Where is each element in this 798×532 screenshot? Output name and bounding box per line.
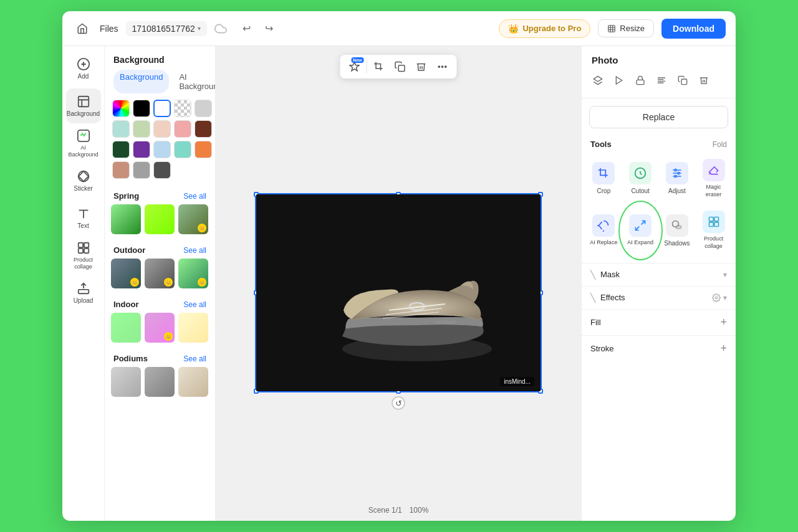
effects-section[interactable]: ╲ Effects ▾: [582, 286, 736, 309]
tool-ai-expand[interactable]: AI Expand: [623, 206, 658, 255]
effects-section-left: ╲ Effects: [590, 293, 625, 303]
svg-point-50: [715, 297, 718, 299]
rotate-handle[interactable]: ↺: [392, 396, 405, 410]
spring-see-all[interactable]: See all: [183, 192, 206, 201]
duplicate-button[interactable]: [674, 72, 691, 89]
motion-button[interactable]: [610, 72, 628, 89]
tool-product-collage[interactable]: Product collage: [696, 206, 731, 255]
swatch-light-gray[interactable]: [195, 100, 212, 117]
ai-edit-button[interactable]: New: [344, 56, 365, 77]
delete-button[interactable]: [695, 72, 713, 89]
outdoor-thumb-3[interactable]: 👑: [178, 259, 208, 288]
more-options-button[interactable]: [432, 56, 453, 77]
tab-ai-background[interactable]: AI Background: [173, 70, 216, 93]
outdoor-see-all[interactable]: See all: [183, 246, 206, 255]
add-icon: [77, 57, 90, 71]
sidebar-item-sticker[interactable]: Sticker: [66, 163, 101, 198]
fold-button[interactable]: Fold: [713, 140, 727, 149]
swatch-brown[interactable]: [195, 120, 212, 138]
swatch-sky-blue[interactable]: [153, 141, 171, 158]
undo-button[interactable]: ↩: [237, 19, 257, 39]
sidebar-item-add[interactable]: Add: [66, 51, 101, 86]
podiums-thumb-2[interactable]: [145, 367, 175, 397]
swatch-orange[interactable]: [195, 141, 212, 158]
home-button[interactable]: [72, 19, 92, 39]
sidebar-item-text[interactable]: Text: [66, 201, 101, 235]
app-container: Files 1710816517762 ▾ ↩ ↪ 👑 Upgrade to P…: [62, 11, 736, 521]
indoor-thumb-2[interactable]: 👑: [145, 313, 175, 343]
swatch-dark-gray[interactable]: [153, 161, 171, 179]
podiums-thumb-3[interactable]: [178, 367, 208, 397]
swatch-rose[interactable]: [112, 161, 130, 179]
spring-thumb-3[interactable]: 👑: [178, 204, 208, 234]
tab-background[interactable]: Background: [113, 70, 169, 93]
swatch-black[interactable]: [133, 100, 150, 117]
outdoor-thumb-1[interactable]: 👑: [111, 259, 141, 288]
product-collage-icon: [77, 241, 90, 255]
sidebar-item-ai-background[interactable]: AI Background: [66, 126, 101, 161]
canvas-area[interactable]: New: [216, 46, 581, 521]
svg-rect-30: [637, 80, 644, 84]
swatch-peach[interactable]: [153, 120, 171, 138]
lock-button[interactable]: [632, 72, 649, 89]
files-label[interactable]: Files: [100, 24, 118, 34]
crown-badge-outdoor-2: 👑: [164, 278, 173, 287]
fill-add-button[interactable]: +: [720, 316, 727, 329]
swatch-medium-gray[interactable]: [133, 161, 150, 179]
upload-icon: [77, 282, 90, 295]
svg-point-39: [675, 169, 676, 171]
tool-shadows[interactable]: Shadows: [660, 206, 695, 255]
podiums-see-all[interactable]: See all: [183, 354, 206, 363]
indoor-thumb-3[interactable]: [178, 313, 208, 343]
sticker-icon: [77, 169, 90, 183]
redo-button[interactable]: ↪: [259, 19, 279, 39]
svg-rect-47: [714, 217, 718, 222]
sidebar-item-background[interactable]: Background: [66, 88, 101, 123]
ai-background-icon: [77, 129, 90, 143]
spring-thumb-2[interactable]: [145, 204, 175, 234]
right-panel: Photo: [581, 46, 736, 521]
tool-magic-eraser[interactable]: Magic eraser: [696, 154, 731, 203]
svg-line-42: [642, 221, 645, 225]
tool-adjust[interactable]: Adjust: [660, 154, 695, 203]
tool-crop[interactable]: Crop: [587, 154, 621, 203]
download-button[interactable]: Download: [661, 19, 726, 39]
upgrade-button[interactable]: 👑 Upgrade to Pro: [499, 19, 590, 38]
canvas-image-wrapper[interactable]: insMind insMind... ↺: [255, 193, 542, 392]
mask-section[interactable]: ╲ Mask ▾: [582, 263, 736, 286]
layers-button[interactable]: [589, 72, 607, 89]
swatch-transparent[interactable]: [174, 100, 191, 117]
crop-toolbar-button[interactable]: [368, 56, 390, 77]
swatch-mint[interactable]: [112, 120, 130, 138]
copy-button[interactable]: [390, 56, 411, 77]
stroke-add-button[interactable]: +: [720, 342, 727, 355]
outdoor-thumb-2[interactable]: 👑: [145, 259, 175, 288]
resize-button[interactable]: Resize: [598, 19, 654, 37]
spring-thumb-1[interactable]: [111, 204, 141, 234]
swatch-white[interactable]: [153, 100, 171, 117]
swatch-purple[interactable]: [133, 141, 150, 158]
mask-icon: ╲: [590, 270, 595, 280]
indoor-thumb-1[interactable]: [111, 313, 141, 343]
spring-title: Spring: [113, 191, 139, 201]
tool-cutout[interactable]: Cutout: [623, 154, 658, 203]
swatch-pink[interactable]: [174, 120, 191, 138]
svg-line-28: [594, 82, 598, 84]
indoor-see-all[interactable]: See all: [183, 300, 206, 309]
sidebar-item-product-collage[interactable]: Product collage: [66, 238, 101, 273]
swatch-teal[interactable]: [174, 141, 191, 158]
replace-button[interactable]: Replace: [589, 106, 728, 128]
sidebar-item-upload[interactable]: Upload: [66, 275, 101, 310]
svg-rect-15: [78, 289, 89, 293]
swatch-dark-green[interactable]: [112, 141, 130, 158]
podiums-thumb-1[interactable]: [111, 367, 141, 397]
filename-dropdown[interactable]: 1710816517762 ▾: [126, 21, 207, 36]
align-button[interactable]: [653, 72, 670, 89]
svg-rect-13: [78, 249, 82, 253]
tool-ai-replace[interactable]: AI Replace: [587, 206, 621, 255]
sidebar-item-add-label: Add: [78, 73, 89, 80]
delete-toolbar-button[interactable]: [411, 56, 432, 77]
svg-point-17: [438, 66, 440, 67]
swatch-gradient[interactable]: [112, 100, 130, 117]
swatch-sage[interactable]: [133, 120, 150, 138]
